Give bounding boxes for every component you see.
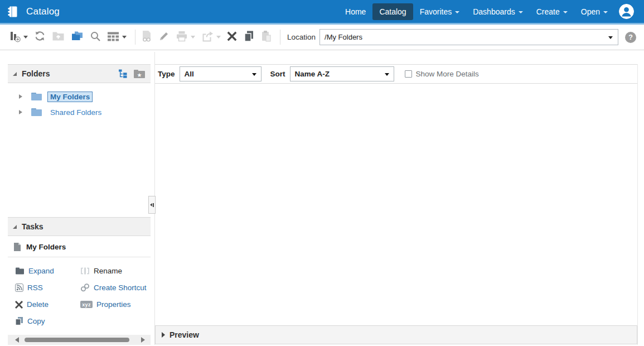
tree-item-shared-folders[interactable]: Shared Folders (47, 107, 104, 118)
folder-icon (31, 108, 42, 117)
tree-row-shared-folders: Shared Folders (8, 104, 151, 120)
tasks-context-item: My Folders (8, 236, 151, 257)
nav-item-home[interactable]: Home (338, 3, 372, 20)
chevron-down-icon (252, 73, 256, 76)
sort-select[interactable]: Name A-Z (290, 66, 394, 81)
panel-collapse-handle[interactable] (148, 196, 156, 214)
user-avatar[interactable] (619, 4, 634, 19)
chevron-down-icon (608, 36, 613, 39)
task-properties[interactable]: xyz Properties (80, 299, 151, 310)
catalog-page: Catalog Home Catalog Favorites Dashboard… (0, 0, 644, 346)
expand-arrow-icon (162, 332, 165, 338)
help-button[interactable]: ? (625, 32, 636, 43)
scroll-right-arrow[interactable] (141, 337, 145, 343)
location-combobox[interactable]: /My Folders (319, 29, 618, 45)
paste-icon (260, 30, 272, 45)
chevron-down-icon (385, 73, 389, 76)
show-more-details-label: Show More Details (416, 70, 479, 78)
edit-pencil-icon (158, 31, 170, 44)
folders-panel-title: Folders (22, 69, 50, 78)
tasks-panel-title: Tasks (22, 222, 43, 231)
location-label: Location (287, 33, 316, 41)
catalog-toolbar: Location /My Folders ? (0, 25, 644, 50)
delete-x-icon (15, 301, 23, 309)
collapse-triangle-icon (13, 225, 17, 229)
tree-view-button[interactable] (118, 69, 128, 78)
task-expand[interactable]: Expand (15, 265, 80, 277)
rename-icon (80, 267, 90, 275)
type-select[interactable]: All (180, 66, 262, 81)
tasks-panel-header[interactable]: Tasks (8, 217, 151, 236)
preview-section-header[interactable]: Preview (155, 325, 637, 344)
chevron-down-icon (603, 11, 608, 13)
app-header: Catalog Home Catalog Favorites Dashboard… (0, 0, 644, 23)
tasks-context-label: My Folders (26, 243, 66, 251)
content-right-edge (637, 64, 638, 345)
refresh-icon (34, 30, 46, 44)
edit-button (158, 31, 170, 44)
tree-item-my-folders[interactable]: My Folders (47, 92, 93, 102)
folders-button[interactable] (71, 31, 84, 44)
nav-item-dashboards[interactable]: Dashboards (466, 3, 530, 20)
chevron-down-icon (191, 36, 195, 39)
nav-item-catalog[interactable]: Catalog (372, 3, 413, 20)
catalog-logo-icon (7, 5, 19, 18)
paste-button (260, 30, 272, 45)
toolbar-separator (135, 30, 135, 45)
printer-icon (176, 31, 188, 44)
task-rename[interactable]: Rename (80, 265, 151, 277)
chevron-down-icon (23, 36, 28, 39)
delete-x-icon (227, 31, 237, 44)
chevron-down-icon (455, 11, 459, 13)
favorites-folder-button[interactable]: ★ (133, 69, 146, 79)
catalog-filter-bar: Type All Sort Name A-Z Show More Details (155, 64, 637, 84)
scrollbar-thumb[interactable] (25, 338, 129, 342)
export-button (201, 31, 221, 44)
show-more-details-checkbox[interactable] (405, 70, 412, 78)
type-label: Type (158, 70, 175, 78)
delete-button[interactable] (227, 31, 237, 44)
nav-item-open[interactable]: Open (574, 3, 614, 20)
chevron-down-icon (563, 11, 568, 13)
expand-arrow-icon[interactable] (19, 94, 22, 99)
sort-label: Sort (270, 70, 285, 78)
new-button[interactable] (9, 30, 28, 45)
sort-value: Name A-Z (295, 70, 330, 78)
task-create-shortcut[interactable]: Create Shortcut (80, 282, 151, 294)
page-title: Catalog (26, 6, 60, 17)
nav-item-favorites[interactable]: Favorites (413, 3, 467, 20)
location-value: /My Folders (325, 33, 362, 41)
open-object-icon (141, 30, 152, 45)
tasks-panel: Tasks My Folders Expand (8, 217, 151, 327)
change-list-view-button[interactable] (107, 31, 127, 44)
search-icon (90, 31, 101, 44)
document-icon (13, 242, 21, 252)
top-nav: Home Catalog Favorites Dashboards Create… (338, 3, 641, 20)
search-button[interactable] (90, 31, 101, 44)
folders-panel-header[interactable]: Folders ★ (8, 64, 151, 83)
chevron-down-icon (122, 36, 127, 39)
task-rss[interactable]: RSS (15, 282, 80, 294)
left-panel-hscrollbar (8, 335, 151, 345)
preview-title: Preview (170, 330, 199, 339)
tree-row-my-folders: My Folders (8, 89, 151, 104)
folder-icon (31, 92, 42, 101)
refresh-button[interactable] (34, 30, 46, 44)
folders-panel: Folders ★ (8, 64, 151, 120)
properties-xyz-icon: xyz (80, 301, 93, 308)
folders-icon (71, 31, 84, 44)
help-icon: ? (628, 33, 633, 41)
copy-icon (243, 30, 254, 45)
toolbar-separator (280, 30, 280, 45)
scroll-left-arrow[interactable] (15, 337, 19, 343)
export-icon (201, 31, 214, 44)
copy-button[interactable] (243, 30, 254, 45)
star-icon: ★ (137, 71, 142, 78)
up-folder-button (52, 31, 65, 44)
expand-arrow-icon[interactable] (19, 110, 22, 114)
task-copy[interactable]: Copy (15, 315, 80, 327)
nav-item-create[interactable]: Create (530, 3, 574, 20)
expand-folder-icon (15, 267, 25, 275)
up-folder-icon (52, 31, 65, 44)
task-delete[interactable]: Delete (15, 299, 80, 310)
